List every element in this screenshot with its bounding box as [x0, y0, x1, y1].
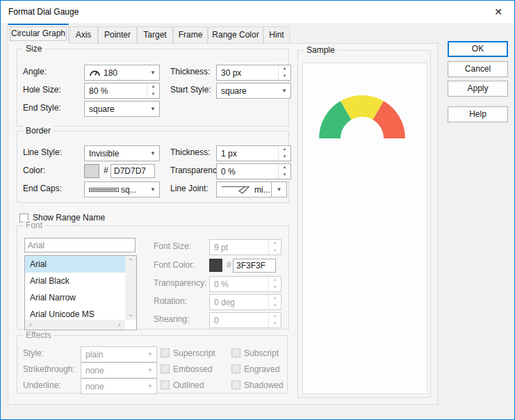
ok-button[interactable]: OK: [448, 41, 508, 57]
dropdown-arrow-icon: ▼: [147, 70, 159, 76]
spin-down-icon: ▼: [269, 248, 281, 255]
border-thickness-spinner[interactable]: 1 px ▲▼: [216, 145, 291, 161]
engraved-checkbox[interactable]: [231, 364, 240, 373]
tab-target[interactable]: Target: [137, 26, 173, 44]
font-color-hex-input[interactable]: [233, 259, 276, 273]
font-transparency-spinner[interactable]: 0 % ▲▼: [209, 276, 281, 292]
help-button[interactable]: Help: [448, 106, 508, 122]
font-list-horizontal-scrollbar[interactable]: ‹ ›: [25, 320, 125, 330]
line-style-label: Line Style:: [23, 145, 62, 160]
tab-axis[interactable]: Axis: [69, 26, 98, 44]
border-transparency-label: Transparency:: [170, 163, 223, 178]
size-group-title: Size: [23, 44, 44, 54]
spin-down-icon: ▼: [279, 154, 291, 161]
border-color-swatch[interactable]: [84, 164, 99, 178]
spin-up-icon: ▲: [279, 146, 291, 154]
superscript-label: Superscript: [173, 346, 215, 361]
dropdown-arrow-icon: ▼: [278, 88, 291, 94]
spin-down-icon: ▼: [279, 172, 291, 179]
tab-hint[interactable]: Hint: [263, 26, 290, 44]
tab-page-circular-graph: Size Angle: 180 ▼ Thickness: 30 px ▲▼ Ho…: [8, 43, 438, 405]
spin-down-icon: ▼: [269, 302, 281, 310]
border-group-title: Border: [23, 126, 54, 136]
size-thickness-label: Thickness:: [170, 65, 210, 79]
size-thickness-spinner[interactable]: 30 px ▲▼: [216, 65, 291, 81]
font-list[interactable]: Arial Arial Black Arial Narrow Arial Uni…: [24, 255, 137, 330]
underline-combo[interactable]: none ▼: [81, 378, 157, 394]
spin-down-icon: ▼: [269, 321, 281, 328]
shadowed-checkbox[interactable]: [231, 380, 240, 389]
outlined-checkbox[interactable]: [161, 380, 170, 389]
hash-label: #: [104, 163, 108, 178]
font-list-vertical-scrollbar[interactable]: ⌃ ⌄: [125, 256, 136, 320]
font-name-input[interactable]: [24, 238, 136, 252]
style-label: Style:: [23, 346, 44, 361]
effects-group: Effects Style: plain ▼ Superscript Subsc…: [17, 335, 288, 394]
scroll-left-icon[interactable]: ‹: [25, 321, 36, 329]
shearing-label: Shearing:: [154, 312, 189, 327]
scroll-down-icon[interactable]: ⌄: [125, 310, 136, 318]
border-color-hex-input[interactable]: [111, 164, 155, 178]
hole-size-spinner[interactable]: 80 % ▲▼: [84, 83, 160, 99]
spin-up-icon: ▲: [269, 277, 281, 284]
line-style-combo[interactable]: Invisible ▼: [84, 145, 160, 161]
border-transparency-spinner[interactable]: 0 % ▲▼: [216, 163, 291, 179]
apply-button[interactable]: Apply: [448, 81, 508, 97]
scroll-right-icon[interactable]: ›: [114, 321, 125, 329]
engraved-label: Engraved: [244, 362, 279, 377]
embossed-checkbox[interactable]: [161, 364, 170, 373]
rotation-label: Rotation:: [154, 294, 187, 309]
tab-frame[interactable]: Frame: [173, 26, 208, 44]
subscript-checkbox[interactable]: [231, 348, 240, 357]
border-thickness-label: Thickness:: [170, 145, 210, 160]
font-list-item[interactable]: Arial Unicode MS: [25, 306, 125, 320]
close-button[interactable]: ✕: [488, 4, 509, 19]
spin-up-icon: ▲: [279, 65, 291, 73]
angle-combo[interactable]: 180 ▼: [84, 65, 160, 81]
hole-size-label: Hole Size:: [23, 83, 61, 97]
dropdown-arrow-icon: ▼: [144, 367, 156, 373]
end-caps-combo[interactable]: sq... ▼: [84, 181, 160, 197]
dropdown-arrow-icon: ▼: [144, 351, 156, 357]
rotation-spinner[interactable]: 0 deg ▲▼: [209, 294, 281, 310]
gauge-icon: [89, 69, 100, 76]
underline-label: Underline:: [23, 378, 61, 393]
spin-up-icon: ▲: [279, 164, 291, 172]
titlebar: Format Dial Gauge ✕: [1, 1, 514, 23]
tab-circular-graph[interactable]: Circular Graph: [8, 24, 69, 44]
end-style-label: End Style:: [23, 101, 61, 115]
superscript-checkbox[interactable]: [161, 348, 170, 357]
line-joint-dropdown-button[interactable]: ▼: [271, 181, 287, 197]
dial-gauge-preview: [318, 95, 406, 139]
start-style-combo[interactable]: square ▼: [216, 83, 291, 99]
line-joint-combo[interactable]: mi...: [216, 181, 276, 197]
tab-range-color[interactable]: Range Color: [208, 26, 263, 44]
size-group: Size Angle: 180 ▼ Thickness: 30 px ▲▼ Ho…: [17, 49, 289, 127]
tab-pointer[interactable]: Pointer: [98, 26, 137, 44]
spin-down-icon: ▼: [147, 91, 159, 99]
end-style-combo[interactable]: square ▼: [84, 101, 160, 117]
font-size-label: Font Size:: [154, 239, 191, 254]
close-icon: ✕: [494, 6, 502, 17]
font-group-title: Font: [23, 220, 45, 230]
font-color-swatch[interactable]: [209, 259, 222, 272]
font-list-item[interactable]: Arial Black: [25, 273, 125, 289]
dropdown-arrow-icon: ▼: [273, 186, 286, 193]
embossed-label: Embossed: [173, 362, 213, 377]
border-group: Border Line Style: Invisible ▼ Thickness…: [17, 131, 289, 203]
effects-group-title: Effects: [23, 330, 54, 340]
strikethrough-label: Strikethrough:: [23, 362, 75, 377]
font-list-item[interactable]: Arial: [25, 256, 125, 273]
spin-up-icon: ▲: [269, 295, 281, 302]
spin-down-icon: ▼: [269, 284, 281, 292]
strikethrough-combo[interactable]: none ▼: [81, 362, 157, 378]
style-combo[interactable]: plain ▼: [81, 346, 157, 362]
font-size-spinner[interactable]: 9 pt ▲▼: [209, 239, 281, 255]
cancel-button[interactable]: Cancel: [448, 61, 508, 77]
scroll-up-icon[interactable]: ⌃: [125, 257, 136, 266]
dropdown-arrow-icon: ▼: [144, 383, 156, 389]
shearing-spinner[interactable]: 0 ▲▼: [209, 312, 281, 328]
sample-group-title: Sample: [304, 45, 338, 55]
font-list-item[interactable]: Arial Narrow: [25, 289, 125, 306]
shadowed-label: Shadowed: [244, 378, 284, 393]
